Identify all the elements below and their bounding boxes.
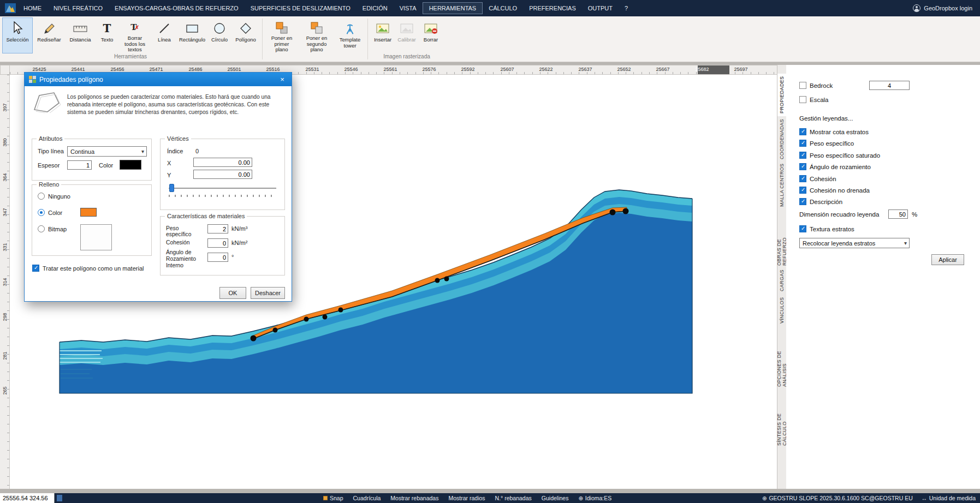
cohesion-checkbox[interactable] <box>799 175 806 182</box>
escala-checkbox[interactable] <box>799 96 806 103</box>
tab-sintesis-de-calculo[interactable]: SÍNTESIS DE CÁLCULO <box>777 389 786 446</box>
texto-button[interactable]: T Texto <box>96 17 118 53</box>
y-input[interactable] <box>193 170 252 179</box>
user-icon <box>913 4 920 12</box>
ok-button[interactable]: OK <box>219 287 246 299</box>
cohesion-input[interactable] <box>207 238 228 248</box>
ribbon-group-planos: Poner en primer plano Poner en segundo p… <box>264 16 366 62</box>
line-color-swatch[interactable] <box>120 160 141 170</box>
rectangulo-button[interactable]: Rectángulo <box>178 17 206 53</box>
espesor-input[interactable] <box>67 160 92 170</box>
dialog-titlebar[interactable]: Propiedades polígono <box>25 73 292 86</box>
idioma-indicator[interactable]: ⊕Idioma:ES <box>578 495 611 501</box>
tipo-linea-select[interactable]: Continua <box>67 146 147 157</box>
check-angulo-rozamiento[interactable]: Ángulo de rozamiento <box>799 163 871 170</box>
ruler-mark: 25456 <box>110 67 124 72</box>
snap-toggle[interactable]: Snap <box>323 495 343 501</box>
calibrar-button[interactable]: Calibrar <box>395 17 418 53</box>
check-cohesion-no-drenada[interactable]: Cohesión no drenada <box>799 187 870 194</box>
segundo-plano-button[interactable]: Poner en segundo plano <box>299 17 335 53</box>
deshacer-button[interactable]: Deshacer <box>251 287 285 299</box>
unidad-de-medida[interactable]: ↔Unidad de medida <box>922 495 976 501</box>
x-input[interactable] <box>193 158 252 167</box>
cohesion-no-drenada-checkbox[interactable] <box>799 187 806 194</box>
check-cohesion[interactable]: Cohesión <box>799 175 836 182</box>
menu-item-ensayos[interactable]: ENSAYOS-CARGAS-OBRAS DE REFUERZO <box>109 2 245 14</box>
tab-obras-de-refuerzo[interactable]: OBRAS DE REFUERZO <box>777 210 786 266</box>
fill-color-swatch[interactable] <box>80 208 97 217</box>
menu-item-calculo[interactable]: CÁLCULO <box>483 2 523 14</box>
ruler-mark: 25546 <box>344 67 358 72</box>
radio-color[interactable] <box>38 209 45 216</box>
menu-item-help[interactable]: ? <box>619 2 634 14</box>
seleccion-button[interactable]: Selección <box>2 17 33 53</box>
relleno-ninguno-option[interactable]: Ninguno <box>38 193 70 200</box>
propiedades-panel: Bedrock Escala Gestión leyendas... Mostr… <box>786 65 980 489</box>
peso-saturado-checkbox[interactable] <box>799 152 806 159</box>
close-icon[interactable] <box>277 75 287 83</box>
textura-row[interactable]: Textura estratos <box>799 225 854 232</box>
poligono-button[interactable]: Polígono <box>233 17 259 53</box>
menu-item-edicion[interactable]: EDICIÓN <box>357 2 394 14</box>
bedrock-checkbox[interactable] <box>799 82 806 89</box>
menu-item-output[interactable]: OUTPUT <box>582 2 619 14</box>
scrollbar-grip[interactable] <box>57 495 62 501</box>
relleno-bitmap-option[interactable]: Bitmap <box>38 225 67 232</box>
recolocar-leyenda-select[interactable]: Recolocar leyenda estratos <box>799 238 910 248</box>
peso-especifico-input[interactable] <box>207 224 228 233</box>
radio-ninguno[interactable] <box>38 193 45 200</box>
distancia-button[interactable]: Distancia <box>66 17 95 53</box>
aplicar-button[interactable]: Aplicar <box>931 254 964 265</box>
tab-propiedades[interactable]: PROPIEDADES <box>777 74 786 116</box>
menu-item-herramientas[interactable]: HERRAMIENTAS <box>423 2 483 14</box>
linea-button[interactable]: Línea <box>152 17 177 53</box>
menu-item-superficies[interactable]: SUPERFICIES DE DESLIZAMIENTO <box>245 2 357 14</box>
escala-row[interactable]: Escala <box>799 96 829 103</box>
delete-text-icon: T✗ <box>130 20 139 35</box>
check-peso-saturado[interactable]: Peso específico saturado <box>799 152 880 159</box>
redisenar-button[interactable]: Rediseñar <box>34 17 64 53</box>
guidelines-toggle[interactable]: Guidelines <box>542 495 569 501</box>
tab-vinculos[interactable]: VÍNCULOS <box>777 295 786 326</box>
dimension-input[interactable] <box>888 209 908 219</box>
mostrar-rebanadas-toggle[interactable]: Mostrar rebanadas <box>390 495 438 501</box>
cohesion-label: Cohesión <box>166 239 205 245</box>
menu-item-preferencias[interactable]: PREFERENCIAS <box>523 2 582 14</box>
tab-coordenadas[interactable]: COORDENADAS <box>777 118 786 160</box>
check-peso-especifico[interactable]: Peso específico <box>799 140 854 147</box>
check-mostrar-cota[interactable]: Mostrar cota estratos <box>799 128 869 135</box>
tab-cargas[interactable]: CARGAS <box>777 268 786 293</box>
borrar-textos-button[interactable]: T✗ Borrar todos los textos <box>119 17 151 53</box>
angulo-rozamiento-input[interactable] <box>207 253 228 262</box>
tab-malla-centros[interactable]: MALLA CENTROS <box>777 162 786 208</box>
vertex-slider-thumb[interactable] <box>169 184 174 192</box>
bedrock-row[interactable]: Bedrock <box>799 82 833 89</box>
menu-item-nivel-freatico[interactable]: NIVEL FREÁTICO <box>47 2 109 14</box>
circulo-button[interactable]: Círculo <box>207 17 231 53</box>
radio-bitmap[interactable] <box>38 225 45 232</box>
insertar-button[interactable]: Insertar <box>371 17 394 53</box>
mostrar-cota-checkbox[interactable] <box>799 128 806 135</box>
template-tower-button[interactable]: Template tower <box>336 17 364 53</box>
vertex-slider-track[interactable] <box>169 188 276 189</box>
primer-plano-button[interactable]: Poner en primer plano <box>266 17 298 53</box>
cuadricula-toggle[interactable]: Cuadrícula <box>353 495 381 501</box>
textura-checkbox[interactable] <box>799 225 806 232</box>
ruler-corner <box>0 65 10 75</box>
bedrock-input[interactable] <box>869 81 910 90</box>
mostrar-radios-toggle[interactable]: Mostrar radios <box>448 495 485 501</box>
geodropbox-login[interactable]: GeoDropbox login <box>913 4 980 12</box>
n-rebanadas-toggle[interactable]: N.° rebanadas <box>495 495 532 501</box>
tab-opciones-de-analisis[interactable]: OPCIONES DE ANÁLISIS <box>777 328 786 387</box>
check-descripcion[interactable]: Descripción <box>799 198 842 205</box>
tratar-material-checkbox-row[interactable]: Tratar este polígono como un material <box>32 265 144 272</box>
angulo-rozamiento-checkbox[interactable] <box>799 163 806 170</box>
descripcion-checkbox[interactable] <box>799 198 806 205</box>
borrar-imagen-button[interactable]: Borrar <box>419 17 442 53</box>
menu-item-home[interactable]: HOME <box>17 2 47 14</box>
relleno-color-option[interactable]: Color <box>38 209 62 216</box>
menu-item-vista[interactable]: VISTA <box>394 2 423 14</box>
tratar-material-checkbox[interactable] <box>32 265 39 272</box>
bitmap-preview[interactable] <box>80 224 112 250</box>
peso-especifico-checkbox[interactable] <box>799 140 806 147</box>
